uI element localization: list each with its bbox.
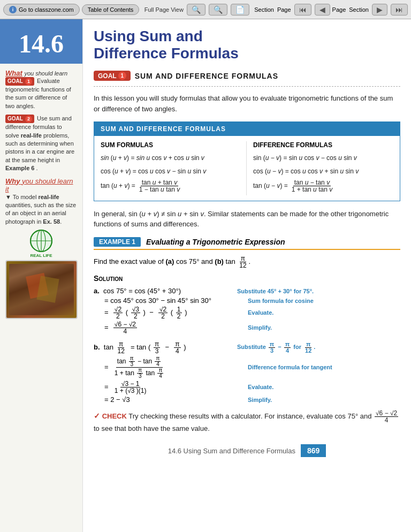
classzone-button[interactable]: i Go to classzone.com <box>3 4 80 16</box>
step-b4: = 2 − √3 Simplify. <box>94 396 400 404</box>
toc-label: Table of Contents <box>88 6 134 13</box>
what-title: What you should learn <box>5 69 77 77</box>
check-block: ✓ CHECK Try checking these results with … <box>94 410 400 434</box>
step-b3: = √3 − 1 1 + (√3 )(1) Evaluate. <box>94 381 400 394</box>
step-b3-math: = √3 − 1 1 + (√3 )(1) <box>104 381 243 394</box>
step-b3-note: Evaluate. <box>248 384 273 390</box>
step-a3: = √22 ( √32 ) − √22 ( 12 ) Evaluate. <box>94 306 400 320</box>
find-text: Find the exact value of (a) cos 75° and … <box>94 255 400 269</box>
step-a2-note: Sum formula for cosine <box>248 298 314 304</box>
sum-f2: cos (u + v) = cos u cos v − sin u sin v <box>101 166 241 177</box>
goal1-label: GOAL <box>7 78 23 85</box>
search-btn2[interactable]: 🔍 <box>209 4 227 16</box>
goal1-main-num: 1 <box>118 72 126 80</box>
page-view-btn[interactable]: 📄 <box>231 4 249 16</box>
what-italic: What <box>5 69 22 77</box>
sum-f3: tan (u + v) = tan u + tan v 1 − tan u ta… <box>101 179 241 193</box>
step-a3-math: = √22 ( √32 ) − √22 ( 12 ) <box>104 306 243 320</box>
sum-f1: sin (u + v) = sin u cos v + cos u sin v <box>101 153 241 163</box>
chapter-badge: 14.6 <box>0 19 82 64</box>
section-label-left: Section <box>254 6 274 13</box>
goal2-badge: GOAL 2 <box>5 115 34 123</box>
diff-f3: tan (u − v) = tan u − tan v 1 + tan u ta… <box>253 179 393 193</box>
aerial-photo <box>5 260 78 319</box>
solution-title: Solution <box>94 274 400 283</box>
search-btn1[interactable]: 🔍 <box>187 4 206 16</box>
step-b2: = tan π3 − tan π4 1 + tan π3 tan π4 Diff… <box>94 356 400 379</box>
check-frac: √6 − √2 4 <box>375 410 398 423</box>
page-footer: 14.6 Using Sum and Difference Formulas 8… <box>94 444 400 457</box>
why-section: Why you should learn it ▼ To model real-… <box>5 177 77 226</box>
goal2-bold: real-life <box>21 132 42 139</box>
step-b1-note: Substitute π3 − π4 for π12. <box>237 341 315 354</box>
title-line1: Using Sum and <box>94 28 203 44</box>
goal1-badge: GOAL 1 <box>5 77 34 86</box>
next-section-btn[interactable]: ⏭ <box>391 4 408 16</box>
diff-f2: cos (u − v) = cos u cos v + sin u sin v <box>253 166 393 177</box>
what-subtitle: you should learn <box>24 70 67 77</box>
intro-text: In this lesson you will study formulas t… <box>94 93 400 114</box>
step-a2: = cos 45° cos 30° − sin 45° sin 30° Sum … <box>94 297 400 305</box>
goal2-period: . <box>36 165 37 171</box>
example1-label: EXAMPLE 1 <box>94 237 141 247</box>
step-a4: = √6 − √24 Simplify. <box>94 321 400 335</box>
section-nav-left: Section Page ⏮ ◀ <box>254 4 330 16</box>
section-nav-right: Page Section ▶ ⏭ <box>332 4 408 16</box>
page-label-left: Page <box>277 6 291 13</box>
goal2-num: 2 <box>25 116 32 123</box>
check-word: CHECK <box>102 412 127 420</box>
goal1-item: GOAL 1 Evaluate trigonometric functions … <box>5 77 77 110</box>
page-title: Using Sum and Difference Formulas <box>94 28 400 62</box>
sum-col-title: SUM FORMULAS <box>101 141 241 149</box>
formula-content: SUM FORMULAS sin (u + v) = sin u cos v +… <box>94 136 400 200</box>
goal1-main-label: GOAL <box>98 72 117 80</box>
toolbar: i Go to classzone.com Table of Contents … <box>0 0 411 19</box>
example1-header: EXAMPLE 1 Evaluating a Trigonometric Exp… <box>94 237 400 250</box>
step-b2-note: Difference formula for tangent <box>248 364 332 370</box>
step-a3-note: Evaluate. <box>248 309 273 316</box>
main-content: Using Sum and Difference Formulas GOAL 1… <box>83 19 411 532</box>
goal1-main-title: Sum and Difference Formulas <box>135 72 278 80</box>
section-label-right: Section <box>349 6 369 13</box>
step-a4-math: = √6 − √24 <box>104 321 243 335</box>
prev-page-btn[interactable]: ◀ <box>315 4 330 16</box>
real-life-icon <box>29 229 53 253</box>
prev-section-btn[interactable]: ⏮ <box>294 4 311 16</box>
step-a1-note: Substitute 45° + 30° for 75°. <box>237 288 314 294</box>
next-page-btn[interactable]: ▶ <box>372 4 387 16</box>
goal2-label: GOAL <box>7 115 23 123</box>
step-b1-math: b. tan π12 = tan ( π3 − π4 ) <box>94 341 233 354</box>
toc-button[interactable]: Table of Contents <box>82 4 140 15</box>
sidebar: 14.6 What you should learn GOAL 1 Evalua… <box>0 19 83 532</box>
goal1-num: 1 <box>25 78 32 85</box>
chapter-number: 14.6 <box>19 29 64 58</box>
real-life-text: REAL LIFE <box>5 253 77 258</box>
check-mark: ✓ <box>94 412 100 420</box>
step-b1: b. tan π12 = tan ( π3 − π4 ) Substitute … <box>94 341 400 354</box>
step-b4-math: = 2 − √3 <box>104 396 243 404</box>
main-layout: 14.6 What you should learn GOAL 1 Evalua… <box>0 19 411 532</box>
solution-part-a: a. cos 75° = cos (45° + 30°) Substitute … <box>94 287 400 335</box>
info-icon: i <box>9 6 17 13</box>
general-text: In general, sin (u + v) ≠ sin u + sin v.… <box>94 209 400 230</box>
fullpage-label: Full Page View <box>144 6 184 13</box>
footer-text: 14.6 Using Sum and Difference Formulas <box>168 447 295 455</box>
example1-title: Evaluating a Trigonometric Expression <box>146 238 285 246</box>
goal1-header: GOAL 1 Sum and Difference Formulas <box>94 71 400 81</box>
sidebar-content: What you should learn GOAL 1 Evaluate tr… <box>0 64 82 324</box>
formula-box: SUM AND DIFFERENCE FORMULAS SUM FORMULAS… <box>94 121 400 201</box>
diff-formulas-col: DIFFERENCE FORMULAS sin (u − v) = sin u … <box>246 141 393 195</box>
check-text: Try checking these results with a calcul… <box>128 412 374 420</box>
check-end: to see that both have the same value. <box>94 424 210 432</box>
goal1-main-badge: GOAL 1 <box>94 71 131 81</box>
step-b4-note: Simplify. <box>248 397 272 403</box>
toolbar-center: Full Page View 🔍 🔍 📄 <box>144 4 249 16</box>
page-number: 869 <box>301 444 326 457</box>
diff-f1: sin (u − v) = sin u cos v − cos u sin v <box>253 153 393 163</box>
step-a1: a. cos 75° = cos (45° + 30°) Substitute … <box>94 287 400 295</box>
classzone-label: Go to classzone.com <box>19 6 74 13</box>
why-text: ▼ To model real-life quantities, such as… <box>5 193 77 226</box>
goal-divider <box>94 86 400 87</box>
title-line2: Difference Formulas <box>94 45 239 62</box>
diff-col-title: DIFFERENCE FORMULAS <box>253 141 393 149</box>
